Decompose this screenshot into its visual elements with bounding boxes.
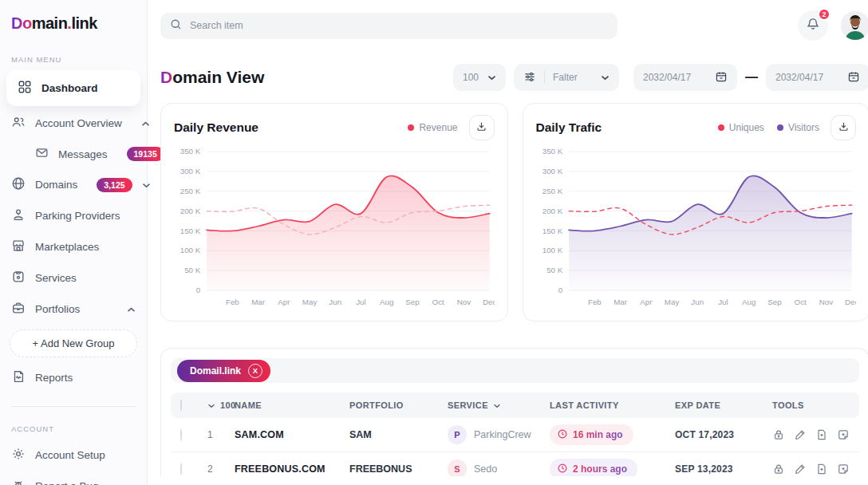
sidebar-item-dashboard[interactable]: Dashboard [6, 70, 140, 106]
remove-tag-icon[interactable]: X [248, 364, 262, 378]
user-avatar[interactable] [841, 11, 868, 40]
per-page-dropdown[interactable]: 100 [453, 64, 506, 91]
row-number: 1 [207, 429, 235, 440]
column-header-tools[interactable]: TOOLS [772, 400, 850, 410]
table-row[interactable]: 2 FREEBONUS.COM FREEBONUS S Sedo 2 hours… [171, 452, 859, 476]
sliders-icon [523, 70, 536, 85]
dashboard-grid-icon [18, 80, 32, 97]
domain-name: SAM.COM [235, 429, 349, 440]
date-from-value: 2032/04/17 [643, 72, 691, 83]
svg-text:Oct: Oct [794, 298, 807, 306]
date-range-separator: — [745, 70, 758, 85]
sidebar-item-label: Reports [35, 372, 73, 384]
column-header-name[interactable]: NAME [235, 400, 349, 410]
lock-icon[interactable] [772, 463, 785, 475]
date-to-value: 2032/04/17 [775, 72, 823, 83]
account-section-label: ACCOUNT [0, 424, 147, 433]
date-to-picker[interactable]: 2032/04/17 [766, 64, 868, 91]
main-menu-section-label: MAIN MENU [0, 55, 147, 64]
sidebar-item-services[interactable]: Services [0, 262, 147, 294]
svg-text:Feb: Feb [587, 298, 601, 306]
svg-text:Sep: Sep [405, 298, 419, 306]
column-header-portfolio[interactable]: PORTFOLIO [349, 400, 448, 410]
note-add-icon[interactable] [837, 463, 850, 475]
svg-text:350 K: 350 K [542, 148, 562, 156]
sidebar-item-label: Portfolios [35, 303, 80, 315]
download-chart-button[interactable] [469, 115, 495, 140]
sidebar-item-label: Account Overview [35, 117, 122, 129]
svg-text:Jul: Jul [718, 298, 728, 306]
page-title-grad: D [160, 68, 172, 86]
sidebar-item-parking-providers[interactable]: Parking Providers [0, 200, 147, 231]
portfolio-name: SAM [349, 429, 448, 440]
file-add-icon[interactable] [815, 463, 828, 475]
envelope-icon [35, 146, 49, 162]
svg-text:Jul: Jul [356, 298, 366, 306]
column-header-last-activity[interactable]: LAST ACTIVITY [550, 400, 675, 410]
select-all-checkbox[interactable] [180, 400, 182, 411]
edit-pencil-icon[interactable] [794, 463, 807, 475]
sidebar: Domain.link MAIN MENU Dashboard Account … [0, 0, 148, 485]
add-new-group-button[interactable]: + Add New Group [10, 329, 137, 357]
per-page-value: 100 [463, 72, 479, 83]
svg-text:Nov: Nov [819, 298, 833, 306]
notifications-button[interactable]: 2 [798, 10, 828, 41]
filter-dropdown[interactable]: Falter [514, 64, 619, 91]
lock-icon[interactable] [772, 428, 785, 441]
main-content: 2 Domain View 100 Falter 2032/04/17 — 20… [148, 0, 868, 485]
table-row[interactable]: 1 SAM.COM SAM P ParkingCrew 16 min ago O… [171, 418, 859, 452]
sidebar-item-account-setup[interactable]: Account Setup [0, 440, 147, 471]
sidebar-item-label: Domains [35, 179, 77, 191]
search-bar[interactable] [160, 13, 617, 39]
download-icon [838, 120, 850, 136]
sidebar-item-label: Services [35, 272, 77, 284]
bug-icon [11, 478, 26, 485]
services-box-icon [11, 270, 26, 286]
sidebar-item-reports[interactable]: Reports [0, 362, 147, 393]
sidebar-item-messages[interactable]: Messages 19135 [0, 139, 147, 169]
svg-text:Dec: Dec [844, 298, 856, 306]
edit-pencil-icon[interactable] [794, 428, 807, 441]
row-checkbox[interactable] [180, 428, 182, 441]
logo-grad-part: Do [11, 14, 32, 32]
svg-text:May: May [664, 298, 679, 306]
chevron-down-icon [601, 72, 610, 83]
svg-text:150 K: 150 K [542, 227, 562, 235]
sidebar-item-label: Messages [58, 148, 108, 160]
download-chart-button[interactable] [831, 115, 856, 140]
sidebar-item-label: Parking Providers [35, 210, 120, 222]
chevron-up-icon[interactable] [127, 303, 136, 315]
sidebar-item-portfolios[interactable]: Portfolios [0, 294, 147, 325]
service-avatar: P [448, 425, 467, 444]
filter-tag-label: Domail.link [190, 365, 241, 377]
sidebar-item-label: Marketplaces [35, 241, 99, 253]
sidebar-item-account-overview[interactable]: Account Overview [0, 108, 147, 139]
gear-icon [11, 447, 26, 463]
logo-suffix-part: link [71, 14, 97, 32]
date-from-picker[interactable]: 2032/04/17 [633, 64, 737, 91]
filter-tag[interactable]: Domail.link X [177, 360, 270, 382]
svg-text:Mar: Mar [614, 298, 627, 306]
column-header-service[interactable]: SERVICE [448, 400, 488, 410]
search-input[interactable] [190, 20, 608, 31]
svg-text:Aug: Aug [380, 298, 393, 306]
svg-text:Dec: Dec [483, 298, 495, 306]
column-header-count[interactable]: 100 [220, 400, 236, 410]
file-add-icon[interactable] [815, 428, 828, 441]
svg-text:Sep: Sep [767, 298, 781, 306]
sort-chevron-icon[interactable] [207, 400, 215, 410]
svg-text:250 K: 250 K [542, 187, 562, 195]
svg-text:Nov: Nov [457, 298, 471, 306]
legend-dot-icon [408, 124, 414, 131]
legend-dot-icon [718, 124, 724, 131]
sidebar-item-marketplaces[interactable]: Marketplaces [0, 231, 147, 262]
calendar-icon [715, 70, 728, 85]
note-add-icon[interactable] [837, 428, 850, 441]
column-header-exp-date[interactable]: EXP DATE [675, 400, 772, 410]
legend-item: Uniques [718, 122, 764, 133]
row-checkbox[interactable] [180, 463, 182, 475]
sidebar-item-report-a-bug[interactable]: Report a Bug [0, 471, 147, 485]
chevron-down-icon[interactable] [493, 400, 501, 410]
sidebar-item-domains[interactable]: Domains 3,125 [0, 169, 147, 200]
svg-text:Feb: Feb [226, 298, 239, 306]
